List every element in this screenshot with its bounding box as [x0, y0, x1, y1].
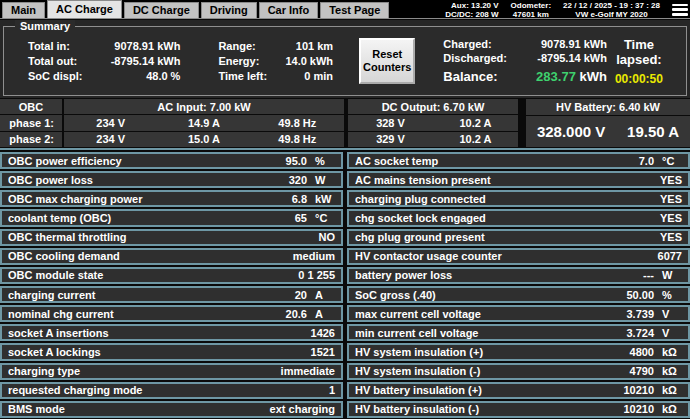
tab-car-info[interactable]: Car Info [259, 2, 319, 18]
total-in-label: Total in: [28, 40, 82, 52]
time-lapsed-value: 00:00:50 [607, 72, 671, 86]
tab-ac-charge[interactable]: AC Charge [47, 0, 122, 18]
row-value: --- [643, 269, 654, 281]
row-unit: V [662, 327, 682, 339]
row-unit: kΩ [662, 365, 682, 377]
row-unit: % [662, 289, 682, 301]
tab-dc-charge[interactable]: DC Charge [124, 2, 199, 18]
summary-band: Summary Total in: 9078.91 kWh Total out:… [0, 20, 690, 98]
summary-groupbox: Summary Total in: 9078.91 kWh Total out:… [3, 26, 687, 96]
table-row: charging plug connectedYES [347, 190, 690, 207]
phase2-label: phase 2: [0, 132, 62, 147]
row-value: 320 [289, 174, 307, 186]
row-value: 10210 [623, 403, 654, 415]
dc2-volts: 329 V [348, 133, 433, 145]
row-unit: A [315, 289, 335, 301]
soc-displ-label: SoC displ: [28, 70, 82, 82]
table-row: min current cell voltage3.724V [347, 324, 690, 341]
row-value: 10210 [623, 384, 654, 396]
balance-value: 283.77 kWh [515, 69, 607, 84]
dc-output-panel: DC Output: 6.70 kW 328 V 10.2 A 329 V 10… [348, 99, 518, 147]
datetime-vehicle: 22 / 12 / 2025 - 19 : 37 : 28 VW e-Golf … [563, 1, 660, 19]
phase2-amps: 15.0 A [157, 133, 250, 145]
row-unit: V [662, 308, 682, 320]
phase2-volts: 234 V [64, 133, 157, 145]
phase2-values: 234 V 15.0 A 49.8 Hz [64, 132, 344, 147]
row-label: OBC power loss [8, 174, 289, 186]
tab-test-page[interactable]: Test Page [320, 2, 389, 18]
dc-row-2: 329 V 10.2 A [348, 132, 518, 147]
row-unit: °C [315, 212, 335, 224]
row-label: HV system insulation (+) [355, 346, 630, 358]
row-label: AC mains tension present [355, 174, 660, 186]
datetime-value: 22 / 12 / 2025 - 19 : 37 : 28 [563, 1, 660, 10]
row-unit: W [315, 174, 335, 186]
row-value: 4800 [630, 346, 654, 358]
hamburger-menu-icon[interactable] [672, 4, 688, 16]
row-value: YES [660, 212, 682, 224]
phase1-freq: 49.8 Hz [251, 117, 344, 129]
row-label: socket A insertions [8, 327, 311, 339]
table-row: HV system insulation (-)4790kΩ [347, 363, 690, 380]
row-value: 0 1 255 [298, 269, 335, 281]
row-value: YES [660, 231, 682, 243]
row-label: charging type [8, 365, 281, 377]
tab-driving[interactable]: Driving [201, 2, 257, 18]
time-lapsed-group: Time lapsed: 00:00:50 [607, 37, 671, 86]
row-label: OBC module state [8, 269, 298, 281]
row-unit: A [315, 308, 335, 320]
dc-output-header: DC Output: 6.70 kW [348, 99, 518, 114]
total-out-value: -8795.14 kWh [92, 55, 180, 67]
table-row: HV battery insulation (-)10210kΩ [347, 401, 690, 418]
row-label: OBC power efficiency [8, 155, 286, 167]
row-unit: kΩ [662, 403, 682, 415]
summary-title: Summary [15, 20, 75, 32]
header-info: Aux: 13.20 V DC/DC: 208 W Odometer: 4760… [445, 0, 688, 19]
row-label: SoC gross (.40) [355, 289, 626, 301]
row-value: 1521 [311, 346, 335, 358]
dc1-amps: 10.2 A [433, 117, 518, 129]
dcdc-power: DC/DC: 208 W [445, 10, 498, 19]
reset-counters-button[interactable]: Reset Counters [359, 38, 415, 84]
row-label: charging plug connected [355, 193, 660, 205]
ac-input-header: AC Input: 7.00 kW [64, 99, 344, 114]
row-value: medium [293, 250, 335, 262]
row-label: requested charging mode [8, 384, 329, 396]
row-value: 3.739 [626, 308, 654, 320]
time-lapsed-label: Time lapsed: [607, 37, 671, 67]
row-label: chg plug ground present [355, 231, 660, 243]
counters-group: Charged: 9078.91 kWh Discharged: -8795.1… [443, 38, 607, 84]
table-row: nominal chg current20.6A [0, 305, 343, 322]
soc-displ-value: 48.0 % [92, 70, 180, 82]
table-row: charging typeimmediate [0, 363, 343, 380]
table-row: chg socket lock engagedYES [347, 209, 690, 226]
discharged-label: Discharged: [443, 52, 507, 64]
row-value: 65 [295, 212, 307, 224]
hv-battery-panel: HV Battery: 6.40 kW 328.000 V 19.50 A [526, 99, 690, 147]
top-bar: Main AC Charge DC Charge Driving Car Inf… [0, 0, 690, 19]
table-row: OBC thermal throttlingNO [0, 229, 343, 246]
row-label: OBC max charging power [8, 193, 292, 205]
table-row: socket A insertions1426 [0, 324, 343, 341]
dc1-volts: 328 V [348, 117, 433, 129]
table-separator [0, 148, 690, 150]
charged-label: Charged: [443, 38, 507, 50]
range-label: Range: [218, 40, 267, 52]
table-row: OBC power loss320W [0, 171, 343, 188]
tab-main[interactable]: Main [2, 2, 45, 18]
balance-number: 283.77 [536, 69, 576, 84]
hv-voltage: 328.000 V [537, 123, 605, 140]
row-unit: kΩ [662, 346, 682, 358]
row-value: 6.8 [292, 193, 307, 205]
balance-unit: kWh [579, 69, 606, 84]
row-label: max current cell voltage [355, 308, 626, 320]
row-value: YES [660, 193, 682, 205]
energy-value: 14.0 kWh [277, 55, 333, 67]
hv-battery-header: HV Battery: 6.40 kW [526, 99, 690, 115]
row-unit: W [662, 269, 682, 281]
table-row: OBC cooling demandmedium [0, 248, 343, 265]
table-row: max current cell voltage3.739V [347, 305, 690, 322]
dc2-amps: 10.2 A [433, 133, 518, 145]
row-value: NO [319, 231, 336, 243]
table-row: requested charging mode1 [0, 382, 343, 399]
